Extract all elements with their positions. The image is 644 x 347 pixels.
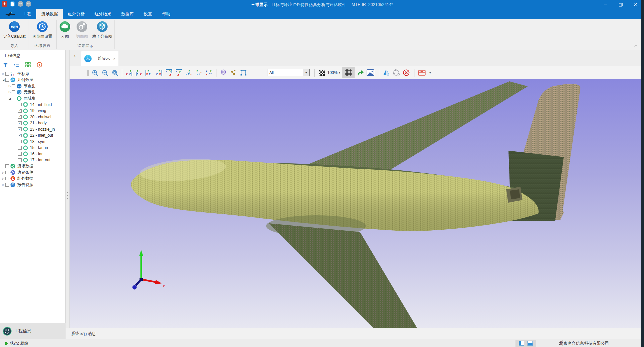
tree-expander-icon[interactable]: ▷ — [8, 91, 12, 94]
3d-viewport[interactable]: x — [70, 79, 641, 328]
tree-item[interactable]: 流场数据 — [0, 163, 65, 170]
camera-icon[interactable] — [219, 68, 228, 78]
menu-tab-红外结果[interactable]: 红外结果 — [90, 9, 116, 19]
display-filter-combo[interactable]: All ▼ — [267, 69, 310, 76]
tree-checkbox[interactable] — [5, 164, 9, 168]
tree-item[interactable]: ▷边界条件 — [0, 169, 65, 176]
ribbon-button-contour-cloud[interactable]: 云图 — [57, 21, 73, 39]
tree-item[interactable]: 20 - chuiwei — [0, 114, 65, 120]
pan-grip[interactable] — [86, 68, 90, 78]
clear-all-icon[interactable] — [402, 68, 411, 78]
tree-expander-icon[interactable]: ◢ — [8, 97, 12, 100]
tree-expander-icon[interactable]: ▷ — [8, 85, 12, 88]
tab-3d-display[interactable]: 三维显示 × — [81, 51, 118, 66]
panel-bottom-icon[interactable] — [527, 341, 533, 346]
zoom-out-icon[interactable] — [100, 68, 110, 78]
tree-checkbox[interactable] — [5, 177, 9, 180]
view-rotate-cw-icon[interactable]: zYx↷ — [204, 68, 214, 78]
tree-checkbox[interactable] — [5, 171, 9, 174]
tree-item[interactable]: ◢面域集 — [0, 95, 65, 102]
menu-tab-设置[interactable]: 设置 — [139, 9, 157, 19]
tree-expander-icon[interactable]: ◢ — [1, 78, 5, 81]
view-rotate-ccw-icon[interactable]: Yxz↓ — [194, 68, 204, 78]
splitter-handle[interactable] — [67, 192, 68, 201]
tree-checkbox[interactable] — [18, 134, 22, 137]
tab-scroll-left-icon[interactable]: ‹ — [72, 52, 78, 60]
tree-item[interactable]: 18 - sym — [0, 139, 65, 145]
tree-checkbox[interactable] — [18, 103, 22, 106]
tree-checkbox[interactable] — [18, 115, 22, 119]
tree-checkbox[interactable] — [18, 152, 22, 156]
tree-expander-icon[interactable]: ▷ — [1, 177, 5, 180]
menu-tab-数据库[interactable]: 数据库 — [116, 9, 139, 19]
view-left-icon[interactable]: Yxz — [145, 68, 154, 78]
tree-checkbox[interactable] — [18, 127, 22, 131]
tree-expander-icon[interactable]: ▷ — [1, 72, 5, 75]
mesh-toggle-button[interactable] — [342, 67, 355, 78]
tree-item[interactable]: 21 - body — [0, 120, 65, 126]
tab-close-icon[interactable]: × — [113, 57, 115, 61]
tree-item[interactable]: 15 - far_in — [0, 145, 65, 151]
filter-funnel-icon[interactable] — [2, 61, 9, 68]
view-isometric-icon[interactable]: Yzx — [184, 68, 194, 78]
zoom-caret-icon[interactable]: ▼ — [338, 71, 341, 74]
zoom-in-icon[interactable] — [90, 68, 100, 78]
tree-checkbox[interactable] — [18, 109, 22, 113]
tree-item[interactable]: ▷节点集 — [0, 83, 65, 89]
zoom-percent-value[interactable]: 100% — [327, 70, 338, 75]
panel-left-icon[interactable] — [519, 341, 524, 346]
ribbon-collapse-chevron-icon[interactable] — [634, 44, 638, 47]
tree-item[interactable]: ◢几何数据 — [0, 77, 65, 83]
view-front-icon[interactable]: Yxz — [125, 68, 134, 78]
tree-checkbox[interactable] — [12, 84, 15, 88]
tree-expander-icon[interactable]: ▷ — [1, 183, 5, 186]
tree-checkbox[interactable] — [5, 72, 9, 76]
tree-checkbox[interactable] — [18, 121, 22, 125]
capture-caret-icon[interactable]: ▼ — [429, 71, 432, 74]
share-nodes-icon[interactable] — [392, 68, 401, 78]
menu-tab-帮助[interactable]: 帮助 — [157, 9, 175, 19]
tree-expander-icon[interactable]: ▷ — [1, 171, 5, 174]
grid-apps-icon[interactable] — [25, 61, 31, 68]
panel-bottom-tab[interactable]: 工程信息 — [0, 323, 66, 339]
tree-checkbox[interactable] — [18, 158, 22, 162]
minimize-button[interactable] — [599, 0, 612, 9]
view-top-icon[interactable]: zYx — [164, 68, 174, 78]
ribbon-button-period-face[interactable]: 周期面设置 — [30, 21, 55, 39]
view-back-icon[interactable]: Yzx — [135, 68, 144, 78]
menu-tab-工程[interactable]: 工程 — [18, 9, 36, 19]
tree-item[interactable]: 14 - int_fluid — [0, 102, 65, 108]
tree-item[interactable]: 22 - inlet_out — [0, 132, 65, 139]
ribbon-button-cas-import[interactable]: cas导入Cas/Dat — [1, 21, 27, 39]
combo-arrow-icon[interactable]: ▼ — [303, 69, 309, 76]
tree-checkbox[interactable] — [18, 146, 22, 150]
export-arrow-icon[interactable] — [356, 68, 365, 78]
view-bottom-icon[interactable]: zyx — [174, 68, 184, 78]
tree-checkbox[interactable] — [18, 140, 22, 143]
maximize-button[interactable] — [614, 0, 627, 9]
transparency-checker-icon[interactable] — [317, 68, 326, 78]
menu-tab-流场数据[interactable]: 流场数据 — [36, 9, 63, 19]
mirror-icon[interactable] — [382, 68, 391, 78]
view-right-icon[interactable]: Yzx — [155, 68, 164, 78]
tree-checkbox[interactable] — [12, 90, 15, 94]
tree-checkbox[interactable] — [5, 183, 9, 187]
select-box-icon[interactable] — [239, 68, 248, 78]
tree-item[interactable]: 16 - far — [0, 151, 65, 157]
snapshot-image-icon[interactable] — [366, 68, 375, 78]
particle-trace-icon[interactable] — [229, 68, 238, 78]
tree-item[interactable]: ▷报告资源 — [0, 182, 65, 188]
tree-checkbox[interactable] — [12, 97, 15, 100]
tree-checkbox[interactable] — [5, 78, 9, 82]
zoom-fit-icon[interactable] — [110, 68, 120, 78]
close-button[interactable] — [629, 0, 642, 9]
ribbon-button-particle-distribution[interactable]: 粒子分布图 — [91, 21, 113, 39]
tree-item[interactable]: 17 - far_out — [0, 157, 65, 163]
outline-list-icon[interactable] — [13, 61, 20, 68]
capture-box-icon[interactable] — [417, 68, 427, 78]
tree-item[interactable]: ▷红外数据 — [0, 176, 65, 182]
tree-item[interactable]: 23 - nozzle_in — [0, 126, 65, 133]
tree-item[interactable]: ▷元素集 — [0, 89, 65, 96]
tree-item[interactable]: 19 - wing — [0, 108, 65, 114]
menu-tab-红外分析[interactable]: 红外分析 — [63, 9, 90, 19]
